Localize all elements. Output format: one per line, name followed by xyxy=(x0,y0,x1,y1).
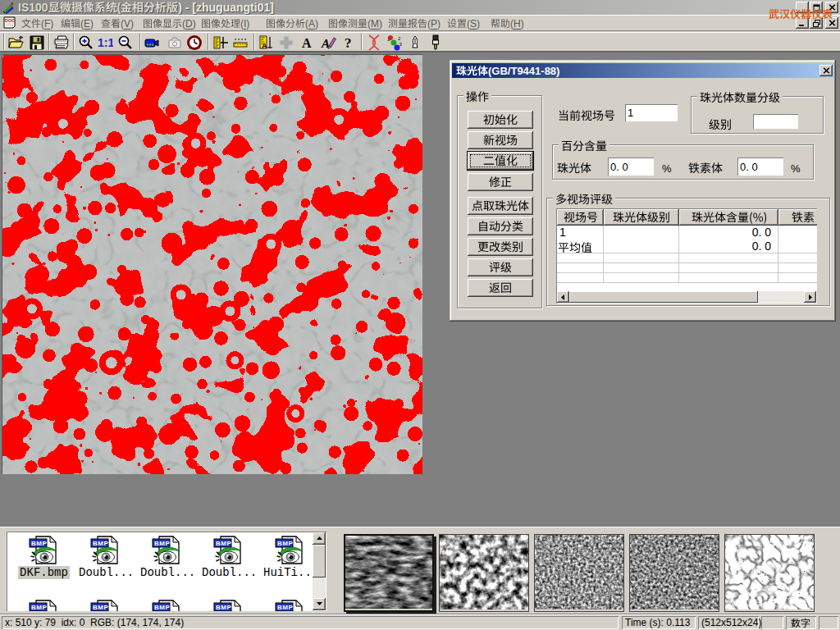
svg-text:A: A xyxy=(302,36,312,50)
svg-text:3: 3 xyxy=(399,42,403,47)
svg-text:A: A xyxy=(262,42,267,50)
svg-text:?: ? xyxy=(345,35,352,51)
svg-text:BMP: BMP xyxy=(277,540,293,547)
svg-text:BMP: BMP xyxy=(216,604,231,611)
svg-text:2: 2 xyxy=(398,36,401,41)
svg-text:BMP: BMP xyxy=(93,604,108,611)
svg-text:BMP: BMP xyxy=(93,540,108,547)
svg-text:BMP: BMP xyxy=(31,604,47,611)
svg-text:DOC: DOC xyxy=(5,18,15,23)
svg-text:1:1: 1:1 xyxy=(98,36,113,49)
svg-text:BMP: BMP xyxy=(154,540,170,547)
svg-text:BMP: BMP xyxy=(154,604,170,611)
svg-text:BMP: BMP xyxy=(31,540,47,547)
svg-text:BMP: BMP xyxy=(216,540,231,547)
svg-text:BMP: BMP xyxy=(277,604,293,611)
